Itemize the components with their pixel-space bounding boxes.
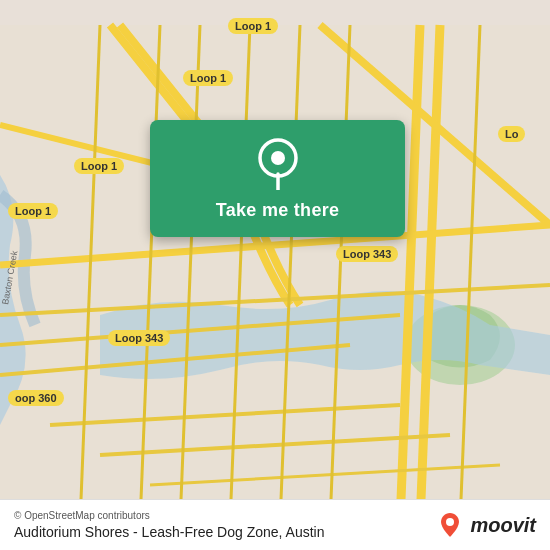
location-name: Auditorium Shores - Leash-Free Dog Zone,…	[14, 524, 325, 540]
svg-point-22	[446, 518, 454, 526]
road-label-loop343-left: Loop 343	[108, 330, 170, 346]
bottom-bar-left: © OpenStreetMap contributors Auditorium …	[14, 510, 325, 540]
bottom-bar: © OpenStreetMap contributors Auditorium …	[0, 499, 550, 550]
moovit-text: moovit	[470, 514, 536, 537]
road-label-loop1-top: Loop 1	[228, 18, 278, 34]
osm-credit: © OpenStreetMap contributors	[14, 510, 325, 521]
road-label-loop1-left: Loop 1	[74, 158, 124, 174]
moovit-logo: moovit	[436, 511, 536, 539]
card-overlay: Take me there	[150, 120, 405, 237]
road-label-loop343-right: Loop 343	[336, 246, 398, 262]
road-label-loop360: oop 360	[8, 390, 64, 406]
road-label-loop1-far: Loop 1	[8, 203, 58, 219]
road-label-loop1-mid: Loop 1	[183, 70, 233, 86]
map-container: Baxton Creek Loop 1 Loop 1 Loop 1 Loop 1…	[0, 0, 550, 550]
road-label-loop-right: Lo	[498, 126, 525, 142]
map-svg: Baxton Creek	[0, 0, 550, 550]
location-pin-icon	[252, 138, 304, 190]
svg-point-21	[271, 151, 285, 165]
take-me-there-button[interactable]: Take me there	[216, 200, 340, 221]
moovit-pin-icon	[436, 511, 464, 539]
